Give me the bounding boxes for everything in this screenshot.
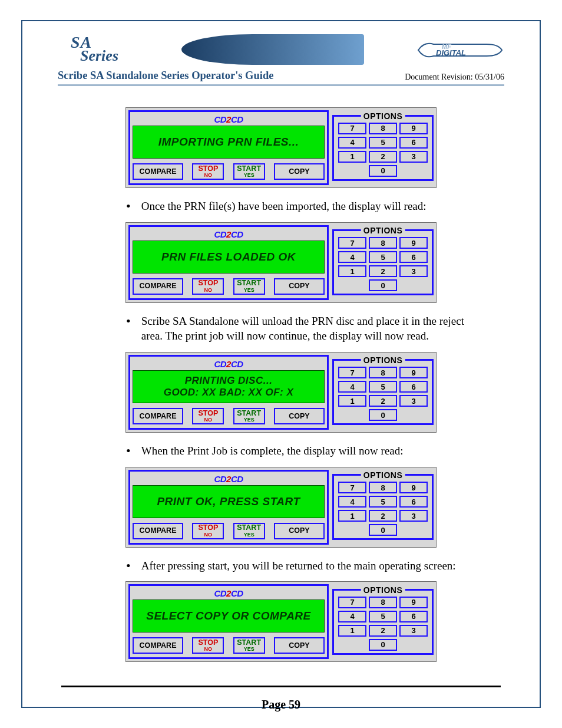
keypad-grid: 7894561230: [336, 597, 429, 651]
stop-button-label: STOP: [198, 165, 218, 173]
key-6[interactable]: 6: [399, 137, 428, 149]
key-3[interactable]: 3: [399, 625, 428, 637]
key-8[interactable]: 8: [369, 123, 397, 134]
key-5[interactable]: 5: [369, 496, 397, 508]
copy-button[interactable]: COPY: [274, 163, 325, 180]
key-5[interactable]: 5: [369, 381, 397, 393]
document-page: SA Series MF DIGITAL Scribe SA Standalon…: [0, 0, 562, 728]
key-6[interactable]: 6: [399, 496, 428, 508]
key-5[interactable]: 5: [369, 137, 397, 149]
key-1[interactable]: 1: [338, 510, 366, 522]
key-7[interactable]: 7: [338, 123, 366, 134]
key-7[interactable]: 7: [338, 597, 366, 608]
key-4[interactable]: 4: [338, 496, 366, 508]
key-8[interactable]: 8: [369, 597, 397, 608]
stop-button[interactable]: STOPNO: [192, 278, 224, 295]
copy-button-label: COPY: [289, 527, 309, 535]
options-label: OPTIONS: [361, 226, 405, 235]
stop-button[interactable]: STOPNO: [192, 523, 224, 539]
key-5[interactable]: 5: [369, 251, 397, 263]
key-7[interactable]: 7: [338, 237, 366, 249]
key-6[interactable]: 6: [399, 611, 428, 622]
compare-button[interactable]: COMPARE: [133, 278, 183, 295]
key-7[interactable]: 7: [338, 367, 366, 378]
keypad-row: 456: [336, 496, 429, 508]
lcd-screen: IMPORTING PRN FILES...: [133, 126, 325, 159]
key-4[interactable]: 4: [338, 251, 366, 263]
key-3[interactable]: 3: [399, 510, 428, 522]
key-2[interactable]: 2: [369, 625, 397, 637]
key-0[interactable]: 0: [369, 409, 397, 421]
device-panel: CD2CDPRN FILES LOADED OKCOMPARESTOPNOSTA…: [125, 222, 437, 303]
start-button[interactable]: STARTYES: [233, 637, 265, 654]
key-7[interactable]: 7: [338, 482, 366, 493]
start-button[interactable]: STARTYES: [233, 408, 265, 424]
key-1[interactable]: 1: [338, 265, 366, 277]
document-title: Scribe SA Standalone Series Operator's G…: [58, 70, 273, 82]
key-4[interactable]: 4: [338, 137, 366, 149]
lcd-screen: PRINTING DISC...GOOD: XX BAD: XX OF: X: [133, 370, 325, 403]
device-panel-2: CD2CDPRN FILES LOADED OKCOMPARESTOPNOSTA…: [58, 222, 504, 303]
key-3[interactable]: 3: [399, 151, 428, 163]
header-title-bar: Scribe SA Standalone Series Operator's G…: [58, 70, 504, 86]
keypad-row: 789: [336, 123, 429, 134]
key-3[interactable]: 3: [399, 265, 428, 277]
key-3[interactable]: 3: [399, 395, 428, 407]
key-9[interactable]: 9: [399, 237, 428, 249]
key-0[interactable]: 0: [369, 524, 397, 536]
compare-button[interactable]: COMPARE: [133, 637, 183, 654]
document-revision: Document Revision: 05/31/06: [405, 73, 504, 82]
key-0[interactable]: 0: [369, 279, 397, 291]
keypad-row: 789: [336, 367, 429, 378]
key-9[interactable]: 9: [399, 123, 428, 134]
key-8[interactable]: 8: [369, 367, 397, 378]
key-1[interactable]: 1: [338, 625, 366, 637]
compare-button-label: COMPARE: [140, 168, 177, 176]
start-button[interactable]: STARTYES: [233, 523, 265, 539]
display-module: CD2CDIMPORTING PRN FILES...COMPARESTOPNO…: [128, 110, 329, 185]
key-8[interactable]: 8: [369, 482, 397, 493]
key-1[interactable]: 1: [338, 395, 366, 407]
bullet-text: Once the PRN file(s) have been imported,…: [141, 199, 427, 214]
start-button[interactable]: STARTYES: [233, 278, 265, 295]
start-button[interactable]: STARTYES: [233, 163, 265, 180]
cd2cd-logo: CD2CD: [133, 588, 325, 598]
key-1[interactable]: 1: [338, 151, 366, 163]
key-9[interactable]: 9: [399, 367, 428, 378]
key-0[interactable]: 0: [369, 639, 397, 651]
compare-button[interactable]: COMPARE: [133, 163, 183, 180]
stop-button[interactable]: STOPNO: [192, 163, 224, 180]
keypad-row: 123: [336, 395, 429, 407]
lcd-line: GOOD: XX BAD: XX OF: X: [164, 387, 294, 398]
key-2[interactable]: 2: [369, 151, 397, 163]
keypad-grid: 7894561230: [336, 123, 429, 177]
key-9[interactable]: 9: [399, 482, 428, 493]
copy-button[interactable]: COPY: [274, 278, 325, 295]
copy-button[interactable]: COPY: [274, 637, 325, 654]
stop-button[interactable]: STOPNO: [192, 637, 224, 654]
key-5[interactable]: 5: [369, 611, 397, 622]
key-2[interactable]: 2: [369, 510, 397, 522]
logo-band: SA Series MF DIGITAL: [58, 34, 504, 67]
compare-button[interactable]: COMPARE: [133, 408, 183, 424]
key-6[interactable]: 6: [399, 251, 428, 263]
bullet-icon: •: [126, 315, 131, 328]
key-2[interactable]: 2: [369, 265, 397, 277]
key-0[interactable]: 0: [369, 165, 397, 177]
key-2[interactable]: 2: [369, 395, 397, 407]
copy-button[interactable]: COPY: [274, 523, 325, 539]
keypad-row: 456: [336, 381, 429, 393]
copy-button[interactable]: COPY: [274, 408, 325, 424]
compare-button[interactable]: COMPARE: [133, 523, 183, 539]
cd2cd-logo: CD2CD: [133, 474, 325, 484]
keypad-row: 456: [336, 251, 429, 263]
key-9[interactable]: 9: [399, 597, 428, 608]
lcd-line: PRINTING DISC...: [185, 375, 273, 387]
stop-button[interactable]: STOPNO: [192, 408, 224, 424]
sa-series-logo: SA Series: [71, 33, 118, 65]
key-6[interactable]: 6: [399, 381, 428, 393]
key-4[interactable]: 4: [338, 611, 366, 622]
key-8[interactable]: 8: [369, 237, 397, 249]
keypad-row: 0: [336, 165, 429, 177]
key-4[interactable]: 4: [338, 381, 366, 393]
